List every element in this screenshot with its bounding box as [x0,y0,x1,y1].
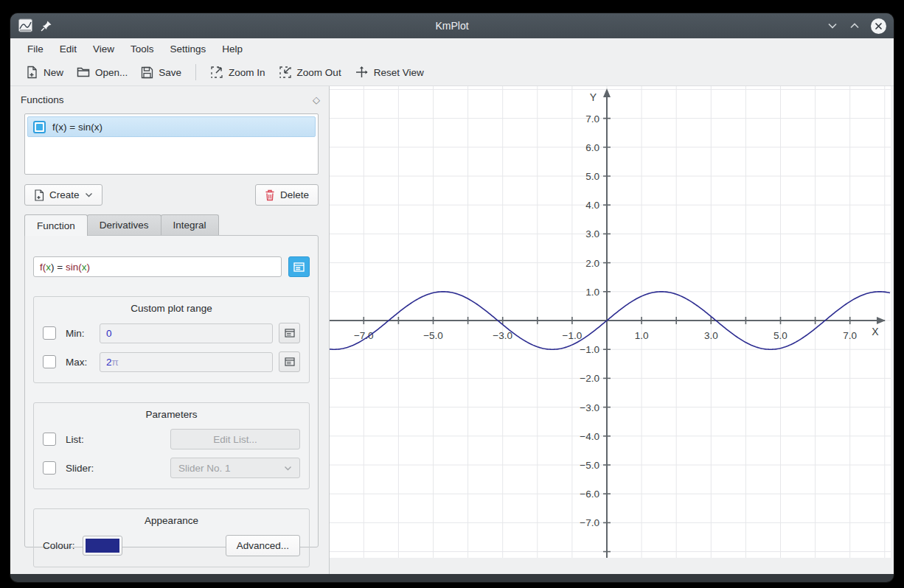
svg-text:5.0: 5.0 [585,171,599,182]
svg-text:−1.0: −1.0 [563,330,583,341]
function-item-label: f(x) = sin(x) [52,122,102,133]
colour-label: Colour: [43,540,75,551]
function-tab-panel: f(x) = sin(x) Custom plot range [24,235,319,547]
window-title: KmPlot [10,20,894,32]
create-icon [34,189,44,201]
close-button[interactable] [871,18,886,34]
titlebar[interactable]: KmPlot [10,13,894,38]
new-button[interactable]: New [19,62,70,83]
chevron-down-icon [85,192,93,197]
kmplot-window: KmPlot File Edit View Tools Settings Hel… [10,13,894,582]
kmplot-app-icon [18,18,33,33]
menu-edit[interactable]: Edit [52,41,85,57]
menu-settings[interactable]: Settings [162,41,215,57]
colour-swatch-fill [86,539,119,553]
min-input[interactable]: 0 [100,323,273,343]
open-label: Open... [95,67,128,78]
edit-list-button[interactable]: Edit List... [170,429,300,449]
delete-button[interactable]: Delete [255,184,319,206]
equation-input[interactable]: f(x) = sin(x) [33,256,282,277]
create-button[interactable]: Create [24,184,102,206]
min-checkbox[interactable] [43,326,56,340]
min-editor-button[interactable] [279,323,300,343]
max-label: Max: [66,357,100,368]
pin-icon[interactable] [41,20,52,32]
svg-text:1.0: 1.0 [585,287,599,298]
tab-function[interactable]: Function [24,214,88,236]
svg-text:3.0: 3.0 [704,330,718,341]
list-checkbox[interactable] [43,433,56,446]
function-visible-checkbox[interactable] [33,121,46,133]
max-input[interactable]: 2π [100,352,273,372]
svg-text:Y: Y [590,91,597,103]
open-folder-icon [77,66,90,78]
min-editor-icon [285,329,295,337]
min-label: Min: [66,328,100,339]
zoom-out-button[interactable]: Zoom Out [272,62,348,83]
reset-view-button[interactable]: Reset View [348,62,431,83]
dock-title: Functions [21,94,64,105]
trash-icon [265,189,275,201]
dock-float-icon[interactable]: ◇ [313,94,320,105]
svg-text:X: X [872,326,879,337]
plot-area[interactable]: −7.0−5.0−3.0−1.01.03.05.07.07.06.05.04.0… [329,86,894,574]
toolbar-separator [195,64,196,80]
svg-text:−3.0: −3.0 [493,330,512,341]
plot-canvas[interactable]: −7.0−5.0−3.0−1.01.03.05.07.07.06.05.04.0… [330,86,891,558]
new-label: New [44,67,63,78]
save-label: Save [159,67,181,78]
svg-text:1.0: 1.0 [635,330,649,341]
function-tabs: Function Derivatives Integral [24,214,319,235]
function-list-item[interactable]: f(x) = sin(x) [27,116,316,137]
equation-editor-icon [293,262,305,272]
svg-text:−3.0: −3.0 [580,402,599,413]
reset-view-label: Reset View [374,67,424,78]
svg-text:−7.0: −7.0 [580,517,599,528]
select-chevron-icon [284,466,292,471]
plot-range-title: Custom plot range [43,303,300,314]
appearance-title: Appearance [43,515,300,526]
save-button[interactable]: Save [134,63,188,83]
tab-integral[interactable]: Integral [161,214,219,235]
equation-editor-button[interactable] [288,256,310,277]
menu-view[interactable]: View [85,41,122,57]
appearance-group: Appearance Colour: Advanced... [33,508,310,567]
svg-text:−1.0: −1.0 [580,344,599,355]
svg-text:−5.0: −5.0 [580,460,599,471]
function-list[interactable]: f(x) = sin(x) [24,113,319,175]
svg-text:−6.0: −6.0 [580,489,599,500]
menu-help[interactable]: Help [214,41,251,57]
close-icon [875,22,883,30]
zoom-out-icon [279,66,292,79]
svg-text:7.0: 7.0 [585,113,599,125]
svg-text:3.0: 3.0 [585,228,599,239]
svg-text:2.0: 2.0 [585,258,599,269]
delete-label: Delete [280,189,309,200]
svg-text:6.0: 6.0 [585,142,599,153]
colour-swatch-button[interactable] [83,536,122,556]
svg-text:5.0: 5.0 [773,330,787,341]
svg-text:−4.0: −4.0 [580,431,599,442]
new-document-icon [26,66,38,79]
tab-derivatives[interactable]: Derivatives [87,214,161,235]
menu-file[interactable]: File [19,41,52,57]
create-label: Create [49,189,80,200]
maximize-button[interactable] [849,22,860,29]
zoom-in-button[interactable]: Zoom In [204,62,272,83]
zoom-in-icon [210,66,223,79]
svg-text:−5.0: −5.0 [423,330,443,341]
max-editor-button[interactable] [279,351,300,372]
toolbar: New Open... Save [10,59,894,86]
slider-select[interactable]: Slider No. 1 [170,458,300,478]
slider-checkbox[interactable] [43,461,56,475]
advanced-button[interactable]: Advanced... [226,535,300,556]
open-button[interactable]: Open... [70,63,134,82]
minimize-button[interactable] [827,22,838,29]
svg-text:7.0: 7.0 [843,330,857,341]
menubar: File Edit View Tools Settings Help [10,38,894,59]
menu-tools[interactable]: Tools [122,41,162,57]
parameters-group: Parameters List: Edit List... Slider: [33,402,310,489]
save-floppy-icon [141,66,153,79]
custom-plot-range-group: Custom plot range Min: 0 [33,296,310,383]
max-checkbox[interactable] [43,355,56,368]
